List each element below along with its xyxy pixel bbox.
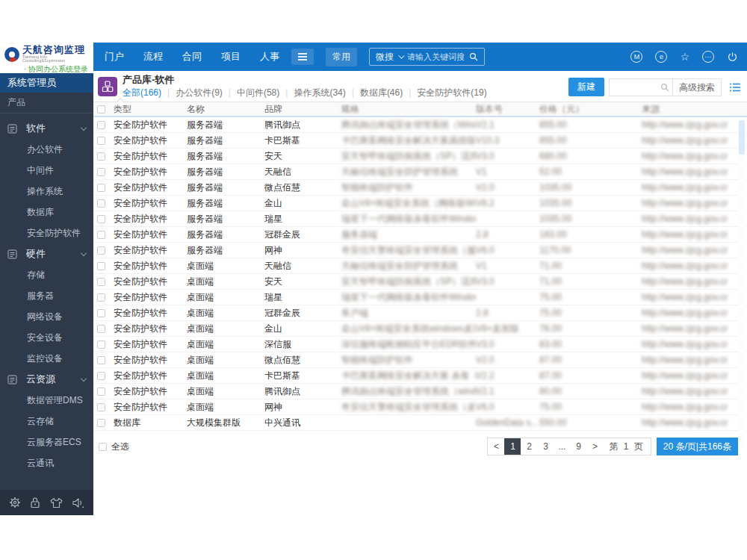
- table-row[interactable]: 安全防护软件 桌面端 天融信 天融信终端安全防护管理系统 V1 71.00 ht…: [93, 258, 747, 274]
- settings-gear-icon[interactable]: [9, 497, 21, 508]
- table-row[interactable]: 安全防护软件 服务器端 天融信 天融信终端安全防护管理系统 V1 52.00 h…: [93, 164, 747, 180]
- select-all-checkbox[interactable]: [99, 443, 107, 451]
- row-checkbox[interactable]: [97, 184, 105, 192]
- column-price[interactable]: 价格（元）: [539, 103, 642, 116]
- page-button-2[interactable]: 2: [521, 438, 537, 455]
- scrollbar-thumb[interactable]: [739, 120, 745, 155]
- tab-all[interactable]: 全部(166): [123, 87, 161, 99]
- tab-os[interactable]: 操作系统(34): [294, 87, 345, 99]
- nav-item-project[interactable]: 项目: [221, 50, 241, 63]
- table-row[interactable]: 安全防护软件 桌面端 网神 奇安信天擎终端安全管理系统（桌面端） V6.0 75…: [93, 399, 747, 415]
- search-icon[interactable]: [469, 52, 478, 61]
- table-row[interactable]: 安全防护软件 服务器端 瑞星 瑞星下一代网络版杀毒软件Windows服务器版 1…: [93, 211, 747, 227]
- column-brand[interactable]: 品牌: [264, 103, 341, 116]
- row-checkbox[interactable]: [97, 121, 105, 129]
- table-row[interactable]: 安全防护软件 桌面端 卡巴斯基 卡巴斯基网络安全解决方案 杀毒（标准版）- KL…: [93, 368, 747, 384]
- page-button-1[interactable]: 1: [504, 438, 521, 455]
- sidebar-item-middleware[interactable]: 中间件: [0, 160, 93, 181]
- column-spec[interactable]: 规格: [341, 103, 476, 116]
- table-row[interactable]: 安全防护软件 桌面端 安天 安天智甲终端防御系统（SP）适用版 V3.0 71.…: [93, 274, 747, 290]
- row-checkbox[interactable]: [97, 403, 105, 411]
- sidebar-item-cloud-storage[interactable]: 云存储: [0, 411, 93, 432]
- sidebar-item-dms[interactable]: 数据管理DMS: [0, 390, 93, 411]
- sidebar-section-hardware[interactable]: 硬件: [0, 243, 93, 264]
- power-icon[interactable]: [727, 52, 738, 63]
- tab-database[interactable]: 数据库(46): [360, 87, 403, 99]
- page-size-info[interactable]: 20 条/页|共166条: [657, 438, 738, 455]
- row-checkbox[interactable]: [97, 215, 105, 223]
- row-checkbox[interactable]: [97, 309, 105, 317]
- row-checkbox[interactable]: [97, 262, 105, 270]
- row-checkbox[interactable]: [97, 152, 105, 161]
- table-row[interactable]: 安全防护软件 服务器端 安天 安天智甲终端防御系统（SP）适用版 V3.0 68…: [93, 149, 747, 164]
- column-type[interactable]: 类型: [114, 103, 187, 116]
- tab-security-software[interactable]: 安全防护软件(19): [417, 87, 486, 99]
- sidebar-item-os[interactable]: 操作系统: [0, 181, 93, 202]
- sidebar-item-security-software[interactable]: 安全防护软件: [0, 223, 93, 243]
- prev-page-button[interactable]: <: [488, 438, 504, 455]
- sidebar-item-office-software[interactable]: 办公软件: [0, 139, 93, 160]
- next-page-button[interactable]: >: [586, 438, 603, 455]
- sidebar-item-monitor-device[interactable]: 监控设备: [0, 348, 93, 369]
- select-all-control[interactable]: 全选: [99, 441, 129, 453]
- table-row[interactable]: 安全防护软件 服务器端 微点佰慧 智能终端防护软件 V2.0 1035.00 h…: [93, 180, 747, 196]
- nav-item-contract[interactable]: 合同: [182, 50, 202, 63]
- sidebar-item-cloud-comm[interactable]: 云通讯: [0, 452, 93, 473]
- table-row[interactable]: 安全防护软件 桌面端 金山 金山V8+终端安全系统windows桌面版 V8+桌…: [93, 321, 747, 337]
- table-row[interactable]: 安全防护软件 桌面端 瑞星 瑞星下一代网络版杀毒软件Windows桌面版 75.…: [93, 290, 747, 305]
- row-checkbox[interactable]: [97, 278, 105, 286]
- row-checkbox[interactable]: [97, 340, 105, 349]
- sidebar-section-cloud[interactable]: 云资源: [0, 369, 93, 390]
- sidebar-item-network-device[interactable]: 网络设备: [0, 306, 93, 327]
- nav-item-hr[interactable]: 人事: [260, 50, 279, 63]
- table-row[interactable]: 安全防护软件 服务器端 卡巴斯基 卡巴斯基网络安全解决方案高级版 防毒墙 V10…: [93, 133, 747, 149]
- table-row[interactable]: 安全防护软件 桌面端 深信服 深信服终端检测响应平台EDR软件 V3.0 83.…: [93, 337, 747, 352]
- tab-office-software[interactable]: 办公软件(9): [176, 87, 223, 99]
- new-button[interactable]: 新建: [568, 78, 604, 96]
- chat-icon[interactable]: e: [655, 51, 667, 63]
- global-search-bar[interactable]: 微搜 请输入关键词搜: [369, 48, 485, 66]
- table-row[interactable]: 安全防护软件 服务器端 腾讯御点 腾讯御点终端安全管理系统（Windows版） …: [93, 117, 747, 133]
- row-checkbox[interactable]: [97, 388, 105, 396]
- table-row[interactable]: 数据库 大规模集群版 中兴通讯 GoldenData s... 550.00 h…: [93, 415, 747, 431]
- row-checkbox[interactable]: [97, 168, 105, 176]
- row-checkbox[interactable]: [97, 199, 105, 208]
- table-row[interactable]: 安全防护软件 服务器端 金山 金山V8+终端安全系统（网络版Windows服务器…: [93, 196, 747, 211]
- table-row[interactable]: 安全防护软件 服务器端 网神 奇安信天擎终端安全管理系统（服务器端） V6.0 …: [93, 243, 747, 258]
- sidebar-item-storage[interactable]: 存储: [0, 264, 93, 285]
- advanced-search-button[interactable]: 高级搜索: [672, 78, 721, 96]
- menu-toggle-button[interactable]: [291, 49, 314, 65]
- table-row[interactable]: 安全防护软件 桌面端 腾讯御点 腾讯御点终端安全管理系统（windows版）V2…: [93, 384, 747, 399]
- sidebar-item-security-device[interactable]: 安全设备: [0, 327, 93, 348]
- search-icon[interactable]: [660, 83, 669, 92]
- row-checkbox[interactable]: [97, 419, 105, 427]
- sidebar-item-database[interactable]: 数据库: [0, 202, 93, 223]
- sidebar-item-ecs[interactable]: 云服务器ECS: [0, 432, 93, 452]
- row-checkbox[interactable]: [97, 231, 105, 239]
- table-row[interactable]: 安全防护软件 桌面端 冠群金辰 客户端 2.8 75.00 http://www…: [93, 305, 747, 321]
- common-apps-button[interactable]: 常用: [326, 48, 357, 66]
- page-jump[interactable]: 第 1 页: [603, 441, 650, 453]
- column-name[interactable]: 名称: [187, 103, 264, 116]
- row-checkbox[interactable]: [97, 356, 105, 364]
- list-view-icon[interactable]: [729, 82, 741, 93]
- sidebar-section-software[interactable]: 软件: [0, 118, 93, 139]
- more-icon[interactable]: ···: [702, 51, 714, 63]
- table-search-input[interactable]: [610, 79, 660, 96]
- row-checkbox[interactable]: [97, 137, 105, 145]
- message-m-icon[interactable]: M: [630, 51, 642, 63]
- row-checkbox[interactable]: [97, 372, 105, 380]
- nav-item-portal[interactable]: 门户: [105, 50, 124, 63]
- column-version[interactable]: 版本号: [476, 103, 539, 116]
- sidebar-item-server[interactable]: 服务器: [0, 285, 93, 306]
- row-checkbox[interactable]: [97, 246, 105, 255]
- sound-speaker-icon[interactable]: [72, 497, 84, 508]
- table-row[interactable]: 安全防护软件 桌面端 微点佰慧 智能终端防护软件 V2.0 87.00 http…: [93, 352, 747, 368]
- page-button-3[interactable]: 3: [537, 438, 554, 455]
- select-all-checkbox[interactable]: [97, 105, 105, 113]
- nav-item-process[interactable]: 流程: [143, 50, 163, 63]
- row-checkbox[interactable]: [97, 325, 105, 333]
- theme-shirt-icon[interactable]: [50, 497, 63, 508]
- table-scrollbar[interactable]: [738, 119, 746, 448]
- row-checkbox[interactable]: [97, 293, 105, 302]
